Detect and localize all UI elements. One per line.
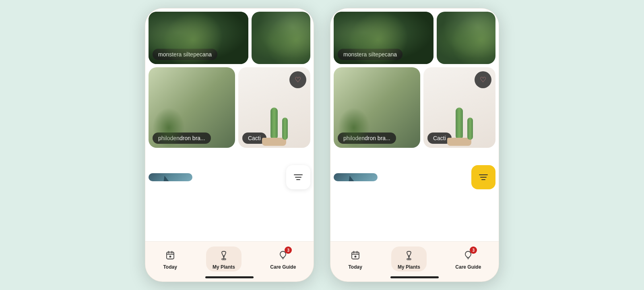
nav-careguide-icon-wrap-right: 3 (461, 248, 475, 263)
filter-button-left[interactable] (286, 165, 310, 189)
filter-line-r2 (480, 177, 487, 178)
filter-lines-left (294, 174, 303, 180)
monstera-small-bg-left (252, 12, 310, 64)
nav-careguide-right[interactable]: 3 Care Guide (449, 246, 487, 271)
nav-today-right[interactable]: Today (342, 246, 369, 271)
filter-line-r1 (479, 174, 488, 175)
filter-lines-right (479, 174, 488, 180)
philodendron-card-right[interactable]: philodendron bra... (334, 67, 420, 148)
filter-button-right[interactable] (471, 165, 495, 189)
row-1-left: monstera siltepecana (149, 12, 310, 64)
nav-today-label-left: Today (163, 264, 177, 270)
svg-point-2 (169, 256, 171, 258)
cacti-card-left[interactable]: ♡ Cacti (238, 67, 310, 148)
nav-myplants-right[interactable]: My Plants (391, 246, 427, 271)
nav-today-left[interactable]: Today (157, 246, 184, 271)
filter-line-3 (296, 179, 300, 180)
row-2-left: philodendron bra... ♡ Cacti (149, 67, 310, 148)
dracaena-card-right[interactable] (334, 173, 378, 181)
nav-careguide-label-left: Care Guide (270, 264, 296, 270)
philodendron-card-left[interactable]: philodendron bra... (149, 67, 235, 148)
nav-today-icon-wrap-left (163, 248, 178, 263)
heart-button-right[interactable]: ♡ (475, 71, 491, 88)
dracaena-bg-left (149, 173, 192, 181)
phone-left: monstera siltepecana philodendron bra... (145, 8, 314, 282)
row-1-right: monstera siltepecana (334, 12, 495, 64)
monstera-card-left[interactable]: monstera siltepecana (149, 12, 248, 64)
nav-myplants-icon-wrap-left (217, 248, 231, 263)
plant-grid-left: monstera siltepecana philodendron bra... (145, 8, 314, 241)
today-icon-left (165, 251, 175, 260)
filter-line-2 (295, 177, 301, 178)
heart-icon-left: ♡ (295, 75, 301, 84)
plant-grid-right: monstera siltepecana philodendron bra... (330, 8, 499, 241)
bottom-nav-left: Today My Plants (145, 241, 314, 275)
careguide-badge-left: 3 (285, 246, 292, 254)
dracaena-card-left[interactable] (149, 173, 192, 181)
monstera-label-right: monstera siltepecana (338, 49, 402, 60)
filter-line-1 (294, 174, 303, 175)
row-3-left (149, 151, 310, 203)
row-3-inner-right (334, 173, 468, 181)
cacti-bg-left: ♡ Cacti (238, 67, 310, 148)
cacti-pot-left (262, 138, 286, 146)
monstera-card-right[interactable]: monstera siltepecana (334, 12, 433, 64)
bottom-nav-right: Today My Plants (330, 241, 499, 275)
nav-careguide-icon-wrap-left: 3 (276, 248, 290, 263)
row-2-right: philodendron bra... ♡ Cacti (334, 67, 495, 148)
careguide-badge-right: 3 (470, 246, 477, 254)
monstera-small-bg-right (437, 12, 495, 64)
nav-myplants-label-left: My Plants (213, 264, 235, 270)
monstera-bg-right: monstera siltepecana (334, 12, 433, 64)
philodendron-label-left: philodendron bra... (153, 133, 211, 144)
nav-careguide-label-right: Care Guide (455, 264, 481, 270)
cacti-pot-right (447, 138, 471, 146)
filter-line-r3 (481, 179, 485, 180)
philodendron-bg-right: philodendron bra... (334, 67, 420, 148)
nav-today-icon-wrap-right (348, 248, 363, 263)
phone-right: monstera siltepecana philodendron bra... (330, 8, 499, 282)
nav-myplants-icon-wrap-right (402, 248, 416, 263)
svg-point-10 (354, 256, 356, 258)
monstera-small-card-right[interactable] (437, 12, 495, 64)
nav-careguide-left[interactable]: 3 Care Guide (264, 246, 302, 271)
cacti-card-right[interactable]: ♡ Cacti (423, 67, 495, 148)
heart-icon-right: ♡ (480, 75, 486, 84)
myplants-icon-right (404, 250, 414, 261)
monstera-bg-left: monstera siltepecana (149, 12, 248, 64)
philodendron-label-right: philodendron bra... (338, 133, 396, 144)
today-icon-right (351, 251, 360, 260)
philodendron-bg-left: philodendron bra... (149, 67, 235, 148)
monstera-label-left: monstera siltepecana (153, 49, 217, 60)
nav-myplants-left[interactable]: My Plants (206, 246, 242, 271)
dracaena-bg-right (334, 173, 378, 181)
row-3-inner-left (149, 173, 283, 181)
home-indicator-left (205, 276, 254, 278)
monstera-small-card-left[interactable] (252, 12, 310, 64)
row-3-right (334, 151, 495, 203)
cacti-bg-right: ♡ Cacti (423, 67, 495, 148)
nav-myplants-label-right: My Plants (398, 264, 420, 270)
myplants-icon-left (219, 250, 229, 261)
heart-button-left[interactable]: ♡ (289, 71, 306, 88)
nav-today-label-right: Today (348, 264, 362, 270)
home-indicator-right (390, 276, 439, 278)
